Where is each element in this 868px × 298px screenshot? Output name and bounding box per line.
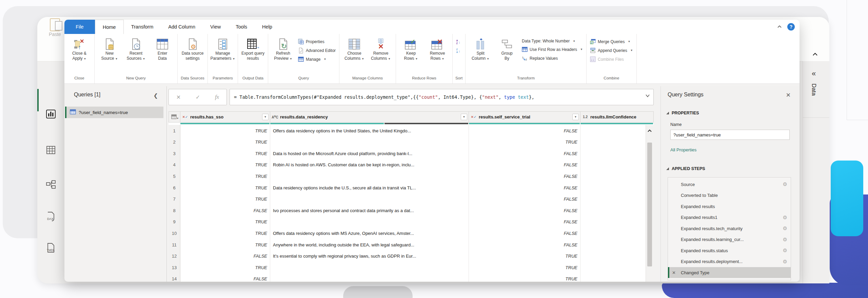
cell[interactable] — [580, 136, 654, 148]
sort-az-button[interactable]: AZ↓ — [455, 38, 463, 45]
cell[interactable]: FALSE — [180, 205, 270, 216]
cell[interactable]: TRUE — [180, 159, 270, 171]
applied-step-expanded-results[interactable]: Expanded results — [668, 201, 791, 212]
properties-button[interactable]: Properties — [297, 38, 337, 45]
query-name-input[interactable] — [670, 130, 790, 140]
cell[interactable]: FALSE — [469, 205, 580, 216]
formula-input[interactable]: = Table.TransformColumnTypes(#"Expanded … — [230, 89, 654, 105]
cell[interactable]: Data is hosted on the Microsoft Azure cl… — [270, 148, 469, 159]
chevron-up-icon[interactable] — [812, 52, 818, 56]
cell[interactable] — [580, 262, 654, 273]
gear-icon[interactable]: ⚙ — [783, 181, 787, 187]
applied-step-converted-to-table[interactable]: Converted to Table — [668, 190, 791, 201]
table-row-14[interactable]: 14FALSETRUE — [169, 273, 654, 282]
all-properties-link[interactable]: All Properties — [670, 147, 696, 152]
cell[interactable] — [580, 239, 654, 250]
close-apply-button[interactable]: ✕↑ Close &Apply▼ — [66, 35, 92, 61]
table-row-1[interactable]: 1TRUEOffers data residency options in th… — [169, 125, 654, 137]
cell[interactable] — [580, 205, 654, 216]
cell[interactable]: FALSE — [469, 227, 580, 239]
paste-button[interactable]: Paste — [45, 18, 65, 37]
manage-parameters-button[interactable]: ManageParameters▼ — [210, 35, 236, 61]
expand-formula-icon[interactable] — [645, 94, 650, 97]
append-queries-button[interactable]: Append Queries▼ — [589, 47, 634, 54]
cell[interactable] — [580, 273, 654, 282]
table-row-6[interactable]: 6TRUEData residency options include the … — [169, 182, 654, 194]
nav-report-view-icon[interactable] — [45, 109, 56, 119]
cell[interactable]: TRUE — [180, 193, 270, 205]
cell[interactable]: FALSE — [469, 125, 580, 136]
use-first-row-as-headers-button[interactable]: Use First Row as Headers▼ — [520, 46, 584, 53]
gear-icon[interactable]: ⚙ — [783, 225, 787, 231]
cell[interactable] — [580, 182, 654, 193]
enter-data-button[interactable]: EnterData — [150, 35, 175, 61]
table-row-4[interactable]: 4TRUERobin AI is hosted on AWS. Customer… — [169, 159, 654, 171]
commit-formula-icon[interactable]: ✓ — [196, 94, 200, 100]
cell[interactable] — [270, 193, 469, 205]
group-by-button[interactable]: GroupBy — [494, 35, 520, 61]
cell[interactable]: FALSE — [469, 216, 580, 228]
collapse-queries-icon[interactable]: ❮ — [154, 92, 158, 99]
tab-transform[interactable]: Transform — [124, 20, 161, 34]
properties-section-header[interactable]: PROPERTIES — [666, 111, 699, 115]
cell[interactable]: FALSE — [469, 182, 580, 193]
applied-step-changed-type[interactable]: ✕Changed Type — [668, 267, 791, 278]
cell[interactable]: TRUE — [469, 262, 580, 273]
column-header-results-data-residency[interactable]: ABCresults.data_residency▼ — [270, 111, 469, 123]
table-row-5[interactable]: 5TRUEFALSE — [169, 170, 654, 182]
manage-button[interactable]: Manage▼ — [297, 56, 337, 63]
table-row-2[interactable]: 2TRUETRUE — [169, 136, 654, 148]
table-row-10[interactable]: 10TRUEOffers data residency options with… — [169, 227, 654, 239]
nav-model-view-icon[interactable] — [45, 179, 56, 190]
cell[interactable] — [270, 170, 469, 182]
cell[interactable]: FALSE — [469, 239, 580, 250]
cell[interactable]: Data residency options include the U.S.,… — [270, 182, 469, 193]
cell[interactable]: TRUE — [180, 227, 270, 239]
new-source-button[interactable]: NewSource▼ — [97, 35, 122, 61]
gear-icon[interactable]: ⚙ — [783, 215, 787, 221]
tab-home[interactable]: Home — [95, 20, 124, 34]
cell[interactable]: FALSE — [469, 148, 580, 159]
merge-queries-button[interactable]: ↲Merge Queries▼ — [589, 38, 634, 45]
collapse-ribbon-icon[interactable] — [776, 24, 783, 30]
column-header-results-has-sso[interactable]: ✕✓results.has_sso▼ — [180, 111, 270, 123]
cell[interactable] — [580, 250, 654, 262]
scrollbar-thumb[interactable] — [647, 143, 652, 266]
cell[interactable] — [580, 227, 654, 239]
cell[interactable]: TRUE — [180, 170, 270, 182]
applied-step-source[interactable]: Source⚙ — [668, 179, 791, 190]
tab-help[interactable]: Help — [255, 20, 280, 34]
remove-columns-button[interactable]: ✕ RemoveColumns▼ — [368, 35, 394, 61]
cell[interactable] — [270, 273, 469, 282]
data-type-whole-number-button[interactable]: Data Type: Whole Number▼ — [520, 38, 584, 44]
cell[interactable] — [580, 159, 654, 171]
applied-steps-section-header[interactable]: APPLIED STEPS — [666, 166, 705, 171]
cell[interactable]: TRUE — [180, 182, 270, 193]
column-header-results-self-service-trial[interactable]: ✕✓results.self_service_trial▼ — [469, 111, 580, 123]
cell[interactable]: TRUE — [180, 262, 270, 273]
cell[interactable] — [580, 193, 654, 205]
close-settings-icon[interactable]: ✕ — [786, 92, 791, 99]
table-row-8[interactable]: 8FALSEIvo processes and stores personal … — [169, 205, 654, 217]
tab-view[interactable]: View — [203, 20, 228, 34]
cell[interactable]: FALSE — [180, 273, 270, 282]
choose-columns-button[interactable]: ChooseColumns▼ — [341, 35, 367, 61]
cell[interactable]: TRUE — [180, 239, 270, 250]
cell[interactable]: Robin AI is hosted on AWS. Customer data… — [270, 159, 469, 171]
keep-rows-button[interactable]: ✓ KeepRows▼ — [398, 35, 424, 61]
tab-add-column[interactable]: Add Column — [161, 20, 203, 34]
cell[interactable]: FALSE — [180, 250, 270, 262]
applied-step-expanded-results1[interactable]: Expanded results1⚙ — [668, 212, 791, 223]
cell[interactable]: TRUE — [180, 148, 270, 159]
sort-za-button[interactable]: ZA↓ — [455, 47, 463, 54]
cell[interactable]: TRUE — [180, 216, 270, 228]
help-button[interactable]: ? — [787, 23, 795, 31]
nav-tmdl-view-icon[interactable]: TMDL — [45, 242, 56, 253]
table-row-9[interactable]: 9TRUEFALSE — [169, 216, 654, 228]
applied-step-expanded-results-status[interactable]: Expanded results.status⚙ — [668, 245, 791, 256]
table-row-12[interactable]: 12FALSEIt's essential to comply with reg… — [169, 250, 654, 262]
cell[interactable] — [270, 136, 469, 148]
pane-divider[interactable] — [166, 86, 167, 282]
cell[interactable]: FALSE — [469, 159, 580, 171]
cell[interactable]: FALSE — [469, 193, 580, 205]
